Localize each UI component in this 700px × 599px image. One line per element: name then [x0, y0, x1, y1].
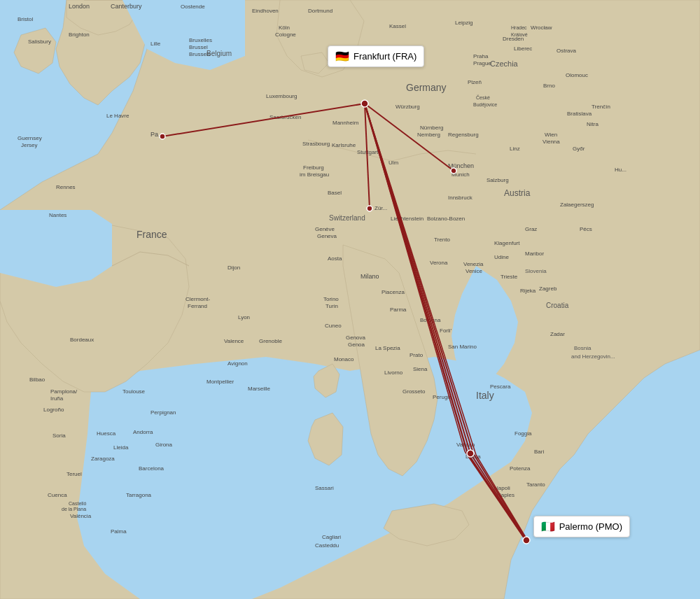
country-label-bosnia: Bosnia — [574, 345, 592, 351]
city-label-brussels: Bruxelles — [189, 37, 212, 43]
city-label-perpignan: Perpignan — [150, 409, 176, 416]
city-label-bolzano: Bolzano-Bozen — [427, 216, 465, 222]
svg-text:Venice: Venice — [465, 268, 483, 274]
airport-label-palermo: 🇮🇹 Palermo (PMO) — [533, 516, 630, 537]
svg-text:de la Plana: de la Plana — [62, 507, 86, 512]
city-label-livorno: Livorno — [384, 369, 403, 376]
city-label-lille: Lille — [150, 41, 161, 47]
city-label-mannheim: Mannheim — [332, 120, 359, 126]
country-label-croatia: Croatia — [546, 302, 569, 309]
city-label-marseille: Marseille — [248, 386, 271, 392]
city-label-sassari: Sassari — [315, 485, 334, 491]
airport-dot-frankfurt — [361, 100, 368, 107]
city-label-stuttgart: Stuttgart — [357, 149, 379, 155]
city-label-nitra: Nitra — [587, 121, 598, 127]
city-label-la-spezia: La Spezia — [375, 345, 400, 351]
city-label-clermont: Clermont- — [186, 296, 210, 302]
city-label-castellon: Castelló — [69, 501, 86, 506]
city-label-liberec: Liberec — [514, 45, 532, 52]
svg-text:Brussels: Brussels — [189, 51, 211, 57]
city-label-cagliari: Cagliari — [322, 534, 341, 540]
city-label-canterbury: Canterbury — [111, 3, 142, 10]
svg-text:Ferrand: Ferrand — [188, 303, 207, 309]
city-label-zagreb: Zagreb — [539, 286, 557, 292]
city-label-andorra: Andorra — [133, 429, 153, 435]
airport-dot-paris — [160, 134, 165, 139]
palermo-flag: 🇮🇹 — [541, 520, 555, 533]
city-label-plzen: Plzeň — [468, 79, 482, 85]
city-label-brno: Brno — [543, 83, 555, 89]
city-label-london: London — [69, 3, 90, 10]
city-label-barcelona: Barcelona — [139, 465, 164, 472]
city-label-basel: Basel — [328, 190, 342, 196]
svg-text:im Breisgau: im Breisgau — [300, 171, 329, 178]
country-label-france: France — [136, 229, 167, 240]
city-label-karlsruhe: Karlsruhe — [332, 142, 356, 148]
city-label-aosta: Aosta — [328, 255, 342, 262]
city-label-le-havre: Le Havre — [106, 113, 130, 119]
city-label-vienna: Wien — [545, 132, 557, 138]
city-label-guernsey: Guernsey — [18, 135, 42, 141]
frankfurt-flag: 🇩🇪 — [335, 50, 349, 63]
city-label-innsbruck: Innsbruck — [448, 195, 473, 201]
airport-dot-palermo — [523, 537, 530, 544]
country-label-italy: Italy — [476, 390, 494, 401]
city-label-ostrava: Ostrava — [556, 48, 577, 54]
city-label-strasbourg: Strasbourg — [302, 141, 330, 147]
city-label-salzburg: Salzburg — [486, 177, 509, 183]
city-label-bratislava: Bratislava — [567, 111, 592, 117]
city-label-verona: Verona — [430, 260, 448, 266]
city-label-venice: Venezia — [463, 261, 484, 267]
country-label-slovenia: Slovenia — [525, 268, 547, 274]
svg-text:Prague: Prague — [473, 60, 491, 66]
city-label-klagenfurt: Klagenfurt — [494, 240, 520, 246]
svg-text:Geneva: Geneva — [317, 233, 337, 239]
city-label-teruel: Teruel — [66, 471, 82, 477]
city-label-cuneo: Cuneo — [325, 323, 342, 329]
city-label-ceske: České — [476, 94, 490, 100]
city-label-lleida: Lleida — [113, 444, 129, 451]
map-container: Germany France Belgium Switzerland Austr… — [0, 0, 700, 599]
svg-text:Nemberg: Nemberg — [417, 132, 440, 138]
city-label-grosseto: Grosseto — [402, 388, 426, 395]
city-label-zalaegerszeg: Zalaegerszeg — [560, 202, 594, 208]
city-label-dijon: Dijon — [227, 265, 240, 271]
city-label-wurzburg: Würzburg — [396, 104, 420, 110]
country-label-switzerland: Switzerland — [329, 214, 365, 222]
city-label-regensburg: Regensburg — [448, 132, 479, 138]
palermo-text: Palermo (PMO) — [559, 521, 622, 532]
city-label-salisbury: Salisbury — [28, 38, 51, 45]
city-label-udine: Udine — [494, 254, 509, 260]
city-label-olomouc: Olomouc — [566, 72, 588, 78]
city-label-oostende: Oostende — [181, 3, 205, 10]
svg-text:and Herzegovin...: and Herzegovin... — [571, 353, 615, 360]
city-label-monaco: Monaco — [334, 356, 354, 362]
city-label-ulm: Ulm — [388, 160, 399, 166]
city-label-valence: Valence — [224, 338, 244, 344]
city-label-soria: Soria — [52, 432, 66, 439]
city-label-rennes: Rennes — [56, 184, 76, 190]
city-label-maribor: Maribor — [525, 251, 544, 257]
city-label-koln: Köln — [279, 24, 290, 31]
city-label-forli: Forli' — [440, 327, 452, 334]
city-label-bilbao: Bilbao — [29, 376, 46, 383]
svg-text:Jersey: Jersey — [21, 142, 38, 148]
svg-text:Genoa: Genoa — [348, 341, 365, 348]
city-label-zadar: Zadar — [550, 331, 565, 337]
city-label-zurich: Zür... — [374, 205, 387, 211]
city-label-wroclaw: Wrocław — [531, 24, 552, 31]
city-label-geneva: Genève — [315, 226, 335, 232]
city-label-torino: Torino — [323, 296, 339, 302]
city-label-montpellier: Montpellier — [206, 379, 234, 385]
city-label-dortmund: Dortmund — [308, 8, 332, 14]
svg-text:Brussel: Brussel — [189, 44, 208, 50]
city-label-pecs: Pécs — [580, 226, 592, 232]
svg-text:Turin: Turin — [326, 303, 338, 309]
city-label-trieste: Trieste — [500, 274, 518, 280]
city-label-trento: Trento — [434, 237, 450, 243]
city-label-lyon: Lyon — [238, 314, 250, 320]
city-label-foggia: Foggia — [514, 430, 532, 437]
city-label-prato: Prato — [410, 352, 424, 358]
city-label-milano: Milano — [360, 273, 379, 280]
city-label-bari: Bari — [534, 449, 544, 455]
